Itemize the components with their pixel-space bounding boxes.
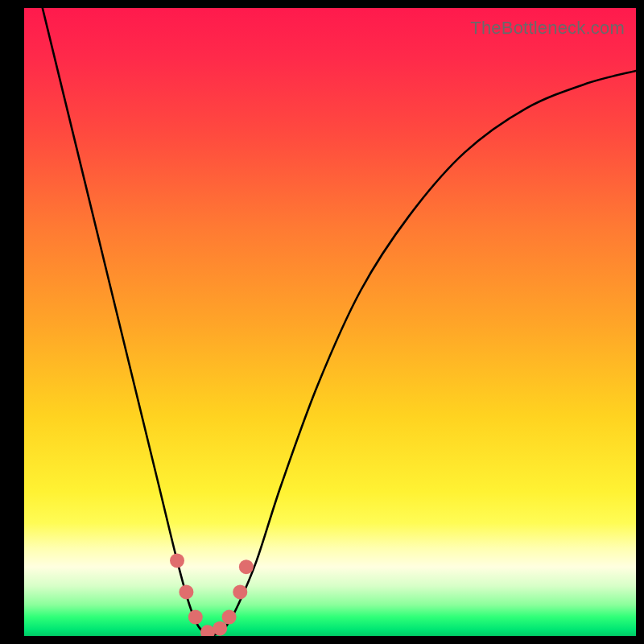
- chart-area: TheBottleneck.com: [24, 8, 636, 636]
- curve-marker: [222, 610, 237, 625]
- curve-marker: [188, 610, 203, 625]
- curve-markers: [170, 553, 254, 636]
- curve-marker: [213, 621, 227, 636]
- bottleneck-curve-svg: [24, 8, 636, 636]
- curve-marker: [179, 584, 193, 599]
- curve-marker: [200, 625, 215, 636]
- curve-marker: [170, 553, 184, 568]
- curve-marker: [239, 559, 254, 574]
- curve-marker: [233, 584, 247, 599]
- bottleneck-curve-path: [43, 8, 636, 635]
